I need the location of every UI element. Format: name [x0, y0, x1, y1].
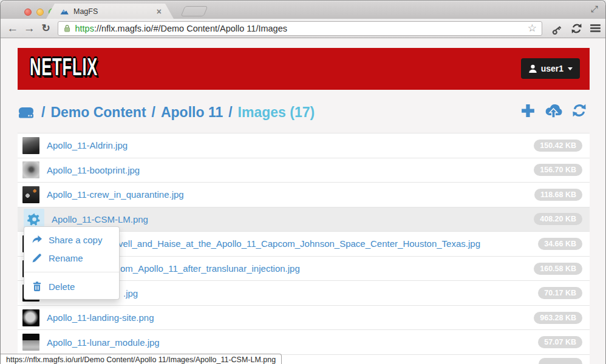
- file-size-badge: [539, 358, 582, 364]
- netflix-header: NETFLIX user1: [18, 48, 590, 90]
- user-icon: [528, 64, 537, 73]
- browser-tab[interactable]: MagFS ×: [46, 4, 174, 19]
- user-name: user1: [541, 64, 563, 73]
- file-row[interactable]: Apollo_11-Aldrin.jpg 150.42 KB: [18, 133, 590, 158]
- titlebar: MagFS × ⤢: [1, 1, 605, 19]
- file-row[interactable]: Apollo_11-lunar_module.jpg 57.07 KB: [18, 330, 590, 355]
- file-size-badge: 34.66 KB: [538, 238, 582, 250]
- address-bar[interactable]: https://nflx.magfs.io/#/Demo Content/Apo…: [58, 21, 542, 36]
- key-extension-icon[interactable]: [550, 22, 563, 35]
- file-name-link[interactable]: Apollo_11-lunar_module.jpg: [47, 337, 160, 348]
- file-row[interactable]: Apollo_11-crew_in_quarantine.jpg 118.68 …: [18, 183, 590, 207]
- url-text: https://nflx.magfs.io/#/Demo Content/Apo…: [75, 24, 527, 33]
- status-bar: https://nflx.magfs.io/url/Demo Content/A…: [1, 354, 282, 364]
- file-thumbnail: [22, 186, 39, 203]
- upload-icon[interactable]: [543, 103, 563, 118]
- share-icon: [32, 234, 43, 245]
- refresh-icon[interactable]: [571, 103, 587, 118]
- magfs-app: NETFLIX user1 / Demo Content / Apollo 11: [1, 38, 606, 364]
- drive-icon[interactable]: [18, 104, 35, 121]
- file-row[interactable]: Apollo_11-landing-site.png 963.28 KB: [18, 306, 590, 331]
- file-size-badge: 408.20 KB: [534, 213, 582, 225]
- menu-divider: [24, 272, 119, 272]
- file-size-badge: 118.68 KB: [534, 189, 582, 201]
- file-thumbnail: [22, 309, 39, 326]
- folder-actions: [520, 103, 587, 118]
- file-size-badge: 150.42 KB: [534, 140, 582, 152]
- browser-window: MagFS × ⤢ ← → ↻ https://nflx.magfs.io/#/…: [0, 0, 606, 364]
- file-thumbnail: [22, 161, 39, 178]
- file-name-link[interactable]: Apollo_11-CSM-LM.png: [52, 214, 148, 224]
- file-size-badge: 70.17 KB: [538, 287, 582, 299]
- breadcrumb: / Demo Content / Apollo 11 / Images (17): [18, 101, 315, 124]
- minimize-window-button[interactable]: [36, 8, 44, 16]
- status-url: https://nflx.magfs.io/url/Demo Content/A…: [6, 356, 276, 364]
- menu-item-delete[interactable]: Delete: [24, 277, 119, 295]
- browser-toolbar: ← → ↻ https://nflx.magfs.io/#/Demo Conte…: [1, 19, 605, 38]
- gear-icon[interactable]: [27, 212, 41, 226]
- new-folder-icon[interactable]: [520, 103, 536, 118]
- breadcrumb-apollo-11[interactable]: Apollo 11: [161, 104, 223, 121]
- magfs-logo-icon: [60, 7, 69, 16]
- file-size-badge: 160.58 KB: [534, 263, 582, 275]
- chrome-menu-icon[interactable]: [590, 23, 601, 33]
- file-name-link[interactable]: .jpg: [123, 288, 138, 298]
- netflix-logo: NETFLIX: [30, 53, 98, 81]
- file-name-link[interactable]: vell_and_Haise_at_the_Apollo_11_Capcom_J…: [118, 238, 480, 249]
- tab-title: MagFS: [73, 7, 157, 16]
- file-size-badge: 57.07 KB: [538, 336, 582, 348]
- menu-item-label: Delete: [49, 281, 75, 292]
- new-tab-button[interactable]: [181, 6, 208, 16]
- breadcrumb-separator: /: [41, 104, 45, 121]
- file-size-badge: 963.28 KB: [534, 312, 582, 324]
- file-name-link[interactable]: Apollo_11-crew_in_quarantine.jpg: [47, 189, 184, 200]
- fullscreen-icon[interactable]: ⤢: [591, 4, 598, 15]
- breadcrumb-separator: /: [152, 104, 155, 121]
- pencil-icon: [32, 252, 43, 263]
- https-lock-icon: [63, 24, 71, 33]
- sync-extension-icon[interactable]: [570, 22, 583, 35]
- file-name-link[interactable]: Apollo_11-bootprint.jpg: [47, 165, 140, 175]
- back-icon[interactable]: ←: [4, 22, 21, 35]
- url-rest: ://nflx.magfs.io/#/Demo Content/Apollo 1…: [94, 24, 287, 33]
- file-name-link[interactable]: Apollo_11-landing-site.png: [47, 312, 154, 323]
- file-context-menu: Share a copy Rename Delete: [24, 226, 120, 300]
- file-thumbnail: [22, 137, 39, 154]
- file-name-link[interactable]: om_Apollo_11_after_translunar_injection.…: [120, 263, 300, 274]
- close-window-button[interactable]: [24, 8, 32, 16]
- menu-item-label: Rename: [49, 253, 83, 263]
- trash-icon: [32, 281, 43, 292]
- chevron-down-icon: [568, 67, 573, 70]
- bookmark-star-icon[interactable]: ☆: [528, 22, 537, 35]
- breadcrumb-images-current: Images (17): [238, 104, 315, 121]
- file-size-badge: 156.70 KB: [534, 164, 582, 176]
- file-row[interactable]: Apollo_11-bootprint.jpg 156.70 KB: [18, 158, 590, 183]
- url-scheme: https: [75, 24, 94, 33]
- menu-item-label: Share a copy: [49, 235, 102, 245]
- forward-icon[interactable]: →: [21, 22, 37, 35]
- file-thumbnail: [22, 334, 39, 351]
- user-menu-button[interactable]: user1: [521, 58, 580, 79]
- reload-icon[interactable]: ↻: [38, 22, 54, 35]
- tab-close-icon[interactable]: ×: [157, 7, 162, 16]
- menu-item-rename[interactable]: Rename: [24, 249, 119, 267]
- breadcrumb-separator: /: [228, 104, 232, 121]
- file-name-link[interactable]: Apollo_11-Aldrin.jpg: [47, 140, 128, 150]
- menu-item-share-a-copy[interactable]: Share a copy: [24, 231, 119, 249]
- breadcrumb-demo-content[interactable]: Demo Content: [50, 104, 146, 121]
